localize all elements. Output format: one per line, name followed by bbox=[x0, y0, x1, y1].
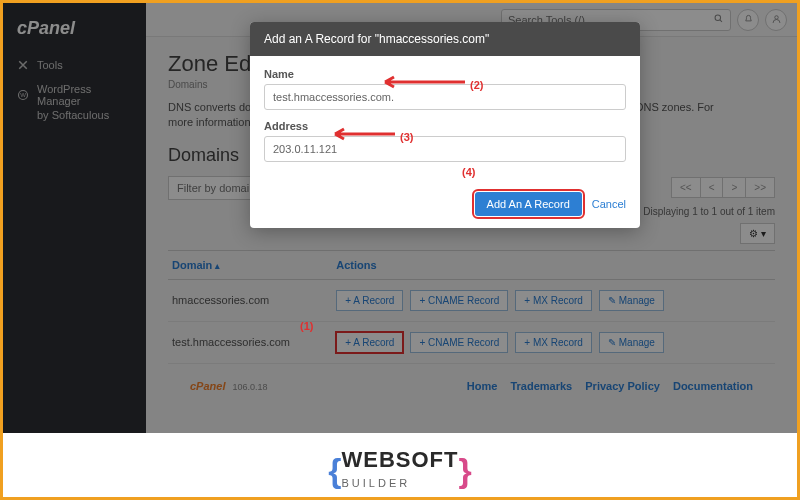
modal-footer: Add An A Record Cancel bbox=[250, 184, 640, 228]
cancel-link[interactable]: Cancel bbox=[592, 198, 626, 210]
modal-title: Add an A Record for "hmaccessories.com" bbox=[250, 22, 640, 56]
address-label: Address bbox=[264, 120, 626, 132]
modal-body: Name Address bbox=[250, 56, 640, 184]
brace-left-icon: { bbox=[328, 451, 341, 490]
address-input[interactable] bbox=[264, 136, 626, 162]
add-record-button[interactable]: Add An A Record bbox=[475, 192, 582, 216]
add-a-record-modal: Add an A Record for "hmaccessories.com" … bbox=[250, 22, 640, 228]
websoft-builder-logo: { WEBSOFT BUILDER } bbox=[0, 450, 800, 490]
name-label: Name bbox=[264, 68, 626, 80]
name-input[interactable] bbox=[264, 84, 626, 110]
brace-right-icon: } bbox=[459, 451, 472, 490]
